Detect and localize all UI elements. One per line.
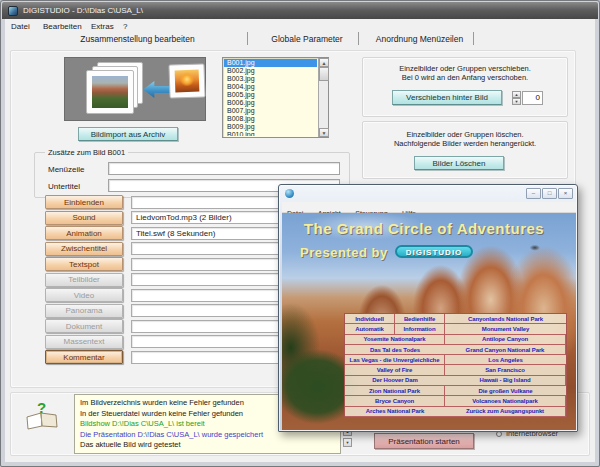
list-item[interactable]: B005.jpg — [224, 91, 317, 99]
menu-cell[interactable]: Antilope Canyon — [445, 335, 566, 345]
teilbilder-button: Teilbilder — [45, 273, 123, 287]
textspot-button[interactable]: Textspot — [45, 257, 123, 271]
list-item[interactable]: B009.jpg — [224, 123, 317, 131]
einblenden-button[interactable]: Einblenden — [45, 195, 123, 209]
scroll-thumb[interactable] — [319, 67, 329, 81]
help-book-icon: ? — [24, 400, 62, 430]
window-title: DIGISTUDIO - D:\!Dias C\USA_L\ — [23, 2, 143, 19]
move-group-line1: Einzelbilder oder Gruppen verschieben. — [363, 64, 567, 73]
list-item[interactable]: B003.jpg — [224, 75, 317, 83]
menu-cell[interactable]: Bryce Canyon — [345, 396, 445, 406]
list-item[interactable]: B004.jpg — [224, 83, 317, 91]
presentation-menu-grid: Individuell Bedienhilfe Canyonlands Nati… — [344, 313, 567, 418]
close-icon[interactable]: × — [558, 188, 573, 199]
tab-separator — [247, 32, 248, 45]
menu-cell[interactable]: Individuell — [345, 314, 395, 324]
filelist-rows: B001.jpg B002.jpg B003.jpg B004.jpg B005… — [224, 59, 317, 136]
menu-cell[interactable]: Hawaii - Big Island — [445, 376, 566, 386]
menu-cell[interactable]: Information — [395, 324, 445, 334]
menu-cell[interactable]: Monument Valley — [445, 324, 566, 334]
house-photo-thumb — [92, 76, 128, 108]
list-item[interactable]: B007.jpg — [224, 107, 317, 115]
filelist-scrollbar[interactable]: ▲ ▼ — [318, 58, 328, 137]
list-item[interactable]: B008.jpg — [224, 115, 317, 123]
image-filelist[interactable]: B001.jpg B002.jpg B003.jpg B004.jpg B005… — [222, 57, 329, 138]
status-line: Das aktuelle Bild wird getestet — [80, 440, 340, 451]
massentext-button: Massentext — [45, 335, 123, 349]
dokument-button: Dokument — [45, 319, 123, 333]
kommentar-button[interactable]: Kommentar — [45, 350, 123, 364]
minimize-icon[interactable]: – — [526, 188, 541, 199]
tab-separator — [473, 32, 474, 45]
presentation-subheading: Presented byDIGISTUDIO — [300, 245, 473, 260]
zusaetze-title: Zusätze zum Bild B001 — [45, 148, 128, 157]
tab-globale-parameter[interactable]: Globale Parameter — [258, 31, 356, 46]
sound-button[interactable]: Sound — [45, 211, 123, 225]
menuezeile-input[interactable] — [108, 162, 340, 175]
list-item[interactable]: B010.jpg — [224, 131, 317, 136]
scroll-down-icon[interactable]: ▼ — [319, 128, 329, 137]
menu-cell[interactable]: San Francisco — [445, 365, 566, 375]
bildimport-button[interactable]: Bildimport aus Archiv — [78, 127, 178, 141]
menu-cell[interactable]: Die großen Vulkane — [445, 386, 566, 396]
tab-anordnung-menuezeilen[interactable]: Anordnung Menüzeilen — [368, 31, 471, 46]
slide-stack-front — [86, 70, 134, 114]
presented-by-text: Presented by — [300, 245, 388, 260]
preview-app-icon — [285, 189, 294, 198]
menu-cell[interactable]: Las Vegas - die Unvergleichliche — [345, 355, 445, 365]
preview-menubar: Datei Ansicht Steuerung Hilfe — [282, 202, 576, 213]
sunset-slide — [168, 63, 205, 98]
delete-group-line1: Einzelbilder oder Gruppen löschen. — [363, 130, 567, 139]
move-target-value[interactable]: 0 — [522, 91, 543, 105]
menu-datei[interactable]: Datei — [8, 21, 33, 33]
animation-button[interactable]: Animation — [45, 226, 123, 240]
menu-cell[interactable]: Grand Canyon National Park — [445, 345, 566, 355]
log-spinner-down-icon[interactable]: ▼ — [343, 438, 352, 447]
screenshot-root: DIGISTUDIO - D:\!Dias C\USA_L\ Datei Bea… — [0, 0, 600, 467]
menuezeile-label: Menüzeile — [48, 165, 84, 174]
scroll-up-icon[interactable]: ▲ — [319, 58, 329, 67]
tab-separator — [358, 32, 359, 45]
tab-zusammenstellung[interactable]: Zusammenstellung bearbeiten — [30, 31, 245, 46]
arrow-left-icon — [143, 81, 170, 98]
list-item[interactable]: B001.jpg — [224, 59, 317, 67]
slide-import-illustration — [64, 57, 206, 121]
video-button: Video — [45, 288, 123, 302]
menu-cell[interactable]: Automatik — [345, 324, 395, 334]
main-titlebar: DIGISTUDIO - D:\!Dias C\USA_L\ — [2, 2, 598, 19]
menu-cell[interactable]: Arches National Park — [345, 407, 445, 417]
menu-cell[interactable]: Canyonlands National Park — [445, 314, 566, 324]
move-group-line2: Bei 0 wird an den Anfang verschoben. — [363, 73, 567, 82]
move-spinner-up-icon[interactable]: ▲ — [512, 91, 521, 98]
menu-cell[interactable]: Bedienhilfe — [395, 314, 445, 324]
list-item[interactable]: B002.jpg — [224, 67, 317, 75]
move-spinner-down-icon[interactable]: ▼ — [512, 98, 521, 105]
menu-cell[interactable]: Zurück zum Ausgangspunkt — [445, 407, 566, 417]
menu-cell[interactable]: Los Angeles — [445, 355, 566, 365]
list-item[interactable]: B006.jpg — [224, 99, 317, 107]
menu-cell[interactable]: Valley of Fire — [345, 365, 445, 375]
zwischentitel-button[interactable]: Zwischentitel — [45, 242, 123, 256]
digistudio-badge: DIGISTUDIO — [395, 245, 474, 258]
delete-group: Einzelbilder oder Gruppen löschen. Nachf… — [362, 121, 568, 179]
menu-cell[interactable]: Zion National Park — [345, 386, 445, 396]
menu-cell[interactable]: Der Hoover Dam — [345, 376, 445, 386]
move-group: Einzelbilder oder Gruppen verschieben. B… — [362, 57, 568, 117]
presentation-heading: The Grand Circle of Adventures — [282, 220, 566, 237]
panorama-button: Panorama — [45, 304, 123, 318]
verschieben-button[interactable]: Verschieben hinter Bild — [392, 90, 502, 105]
bilder-loeschen-button[interactable]: Bilder Löschen — [414, 156, 504, 170]
app-icon — [8, 6, 18, 16]
sunset-photo-thumb — [175, 70, 200, 93]
canyon-photo: The Grand Circle of Adventures Presented… — [282, 213, 576, 430]
maximize-icon[interactable]: □ — [542, 188, 557, 199]
praesentation-starten-button[interactable]: Präsentation starten — [374, 433, 474, 449]
delete-group-line2: Nachfolgende Bilder werden herangerückt. — [363, 139, 567, 148]
preview-window: – □ × Datei Ansicht Steuerung Hilfe The … — [278, 184, 578, 432]
menu-cell[interactable]: Yosemite Nationalpark — [345, 335, 445, 345]
menu-cell[interactable]: Volcanoes Nationalpark — [445, 396, 566, 406]
untertitel-label: Untertitel — [48, 182, 80, 191]
menu-cell[interactable]: Das Tal des Todes — [345, 345, 445, 355]
